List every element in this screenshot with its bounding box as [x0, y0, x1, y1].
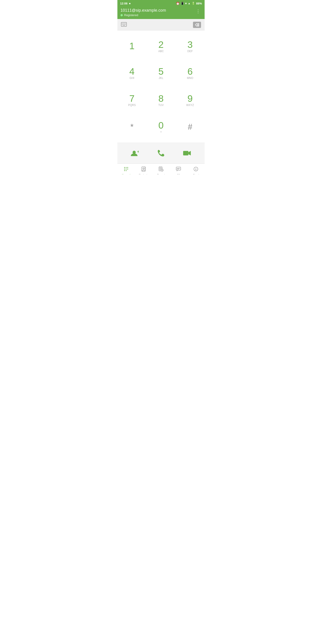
dial-7[interactable]: 7 PQRS [118, 87, 146, 114]
svg-point-28 [196, 168, 196, 168]
vibrate-icon: 📳 [181, 2, 184, 5]
svg-rect-1 [122, 23, 122, 24]
dial-8[interactable]: 8 TUV [146, 87, 176, 114]
signal-icon: ▲ [188, 2, 190, 5]
overflow-menu-button[interactable]: ⋮ [195, 8, 202, 14]
svg-rect-8 [125, 24, 126, 24]
svg-point-15 [126, 167, 126, 168]
dial-3[interactable]: 3 DEF [176, 33, 204, 60]
keyboard-icon[interactable] [121, 22, 127, 28]
about-nav-icon [194, 166, 198, 173]
svg-rect-5 [122, 24, 122, 24]
status-left: 12:06 ● [120, 2, 131, 5]
svg-rect-4 [125, 23, 126, 24]
battery-percent: 88% [196, 2, 202, 5]
status-bar: 12:06 ● ⏰ 📳 ▾ ▲ 🔋 88% [118, 0, 204, 6]
dialpad-input-area [118, 19, 204, 31]
svg-point-10 [132, 151, 136, 154]
status-dot [120, 14, 123, 16]
status-right: ⏰ 📳 ▾ ▲ 🔋 88% [176, 2, 202, 5]
svg-point-17 [124, 168, 125, 170]
registration-status: Registered [120, 14, 166, 17]
im-nav-label: IM [177, 174, 180, 174]
svg-rect-7 [124, 24, 125, 24]
recent-nav-label: Recent [157, 174, 165, 174]
svg-point-19 [127, 168, 128, 170]
svg-point-20 [124, 170, 125, 171]
dial-6[interactable]: 6 MNO [176, 60, 204, 86]
about-nav-label: About [193, 174, 199, 174]
wifi-icon: ▾ [185, 2, 187, 5]
call-button[interactable] [154, 146, 168, 160]
add-contact-button[interactable]: + [128, 146, 142, 160]
svg-text:+: + [137, 149, 139, 154]
nav-im[interactable]: IM [170, 166, 187, 174]
dial-5[interactable]: 5 JKL [146, 60, 176, 86]
svg-rect-3 [124, 23, 125, 24]
keypad-nav-icon [124, 166, 128, 173]
dial-hash[interactable]: # [176, 114, 204, 140]
alarm-icon: ⏰ [176, 2, 180, 5]
keypad-nav-label: Keypad [122, 174, 130, 174]
sip-address: 10111@sip.example.com [120, 8, 166, 13]
bottom-nav: Keypad Contacts Recent [118, 164, 204, 174]
recent-nav-icon [158, 166, 164, 173]
dial-star[interactable]: * [118, 114, 146, 140]
status-label: Registered [124, 14, 138, 17]
svg-rect-6 [123, 24, 124, 24]
nav-recent[interactable]: Recent [152, 166, 170, 174]
svg-point-14 [124, 167, 125, 168]
svg-rect-13 [183, 151, 188, 156]
svg-rect-26 [176, 167, 181, 170]
time: 12:06 [120, 2, 128, 5]
app-icon: ● [129, 2, 130, 5]
backspace-button[interactable] [193, 22, 201, 28]
account-info: 10111@sip.example.com Registered [120, 8, 166, 17]
battery-icon: 🔋 [192, 2, 195, 5]
svg-point-16 [127, 167, 128, 168]
svg-rect-9 [122, 25, 125, 26]
svg-rect-2 [123, 23, 124, 24]
nav-contacts[interactable]: Contacts [135, 166, 152, 174]
svg-point-18 [126, 168, 126, 170]
svg-point-21 [126, 170, 126, 171]
dial-1[interactable]: 1 [118, 33, 146, 60]
main-content: 1 2 ABC 3 DEF 4 GHI 5 JKL 6 MNO 7 PQRS [118, 19, 204, 164]
nav-keypad[interactable]: Keypad [118, 166, 135, 174]
dial-0[interactable]: 0 + [146, 114, 176, 140]
dial-4[interactable]: 4 GHI [118, 60, 146, 86]
dial-2[interactable]: 2 ABC [146, 33, 176, 60]
contacts-nav-label: Contacts [139, 174, 148, 174]
svg-point-23 [143, 168, 144, 169]
contacts-nav-icon [141, 166, 146, 173]
dialpad: 1 2 ABC 3 DEF 4 GHI 5 JKL 6 MNO 7 PQRS [118, 31, 204, 143]
nav-about[interactable]: About [187, 166, 204, 174]
im-nav-icon [176, 166, 181, 173]
dial-9[interactable]: 9 WXYZ [176, 87, 204, 114]
action-bar: + [118, 143, 204, 164]
video-call-button[interactable] [180, 146, 194, 160]
header: 10111@sip.example.com Registered ⋮ [118, 6, 204, 19]
